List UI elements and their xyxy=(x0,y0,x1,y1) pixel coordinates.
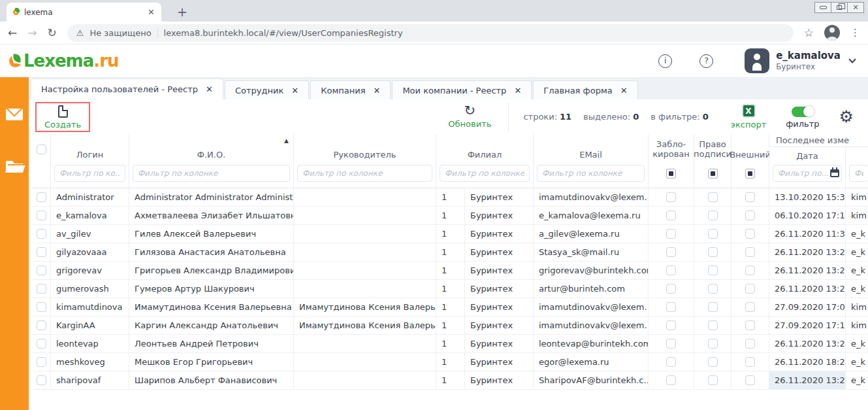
cell-blocked-checkbox[interactable] xyxy=(666,192,676,202)
cell-external-checkbox[interactable] xyxy=(745,339,755,349)
column-sign[interactable]: Правоподписи xyxy=(694,134,731,188)
tab-Мои компании - Реестр[interactable]: Мои компании - Реестр✕ xyxy=(392,80,532,99)
bookmark-star-icon[interactable]: ☆ xyxy=(804,26,814,39)
table-row[interactable]: kimamutdinovaИмамутдинова Ксения Валерье… xyxy=(33,298,868,316)
column-date[interactable]: Дата xyxy=(769,147,846,188)
browser-tab[interactable]: lexema ✕ xyxy=(7,3,161,22)
row-select-checkbox[interactable] xyxy=(37,192,46,202)
cell-blocked-checkbox[interactable] xyxy=(666,357,676,367)
tab-Компания[interactable]: Компания✕ xyxy=(310,80,391,99)
column-fio[interactable]: ▲ Ф.И.О. xyxy=(129,134,294,188)
cell-external-checkbox[interactable] xyxy=(745,265,755,275)
filter-toggle[interactable] xyxy=(792,107,814,117)
tab-close-icon[interactable]: ✕ xyxy=(514,86,521,95)
row-select-checkbox[interactable] xyxy=(37,302,46,312)
cell-external-checkbox[interactable] xyxy=(745,375,755,385)
tab-close-icon[interactable]: ✕ xyxy=(620,86,628,95)
cell-blocked-checkbox[interactable] xyxy=(666,320,676,330)
cell-sign-checkbox[interactable] xyxy=(708,284,718,294)
row-select-checkbox[interactable] xyxy=(37,320,46,330)
close-button[interactable]: ✕ xyxy=(847,2,864,13)
row-select-checkbox[interactable] xyxy=(37,211,46,220)
create-button[interactable]: Создать xyxy=(44,105,81,129)
row-select-checkbox[interactable] xyxy=(37,375,46,385)
tab-Главная форма[interactable]: Главная форма✕ xyxy=(533,80,637,99)
forward-icon[interactable]: → xyxy=(27,27,37,39)
cell-blocked-checkbox[interactable] xyxy=(666,284,676,294)
column-manager[interactable]: Руководитель xyxy=(294,134,436,188)
cell-external-checkbox[interactable] xyxy=(745,284,755,294)
address-bar[interactable]: ⚠ Не защищено lexema8.burintekh.local/#/… xyxy=(67,24,794,42)
blocked-filter-checkbox[interactable] xyxy=(666,169,676,179)
column-branch[interactable]: Филиал xyxy=(436,134,534,188)
cell-sign-checkbox[interactable] xyxy=(708,192,718,202)
tab-Сотрудник[interactable]: Сотрудник✕ xyxy=(225,80,309,99)
select-all-checkbox[interactable] xyxy=(37,145,46,154)
cell-sign-checkbox[interactable] xyxy=(708,211,718,220)
browser-profile-icon[interactable] xyxy=(824,25,840,41)
external-filter-checkbox[interactable] xyxy=(745,169,755,179)
cell-external-checkbox[interactable] xyxy=(745,247,755,257)
cell-sign-checkbox[interactable] xyxy=(708,320,718,330)
cell-sign-checkbox[interactable] xyxy=(708,229,718,239)
table-row[interactable]: meshkovegМешков Егор Григорьевич1Буринте… xyxy=(33,353,868,371)
column-email[interactable]: EMail xyxy=(534,134,649,188)
sign-filter-checkbox[interactable] xyxy=(708,169,718,179)
cell-blocked-checkbox[interactable] xyxy=(666,339,676,349)
cell-sign-checkbox[interactable] xyxy=(708,357,718,367)
new-tab-button[interactable]: + xyxy=(177,5,187,22)
cell-external-checkbox[interactable] xyxy=(745,320,755,330)
table-row[interactable]: gilyazovaaaГилязова Анастасия Анатольевн… xyxy=(33,243,868,262)
tab-close-icon[interactable]: ✕ xyxy=(148,7,155,17)
table-row[interactable]: KarginAAКаргин Александр АнатольевичИмам… xyxy=(33,316,868,335)
browser-menu-icon[interactable]: ⋮ xyxy=(850,27,860,39)
row-select-checkbox[interactable] xyxy=(37,284,46,294)
cell-external-checkbox[interactable] xyxy=(745,229,755,239)
calendar-icon[interactable] xyxy=(830,169,839,177)
user-menu[interactable]: e_kamalova Буринтех xyxy=(745,48,855,73)
table-row[interactable]: e_kamalovaАхметвалеева Элизабет Ильшатов… xyxy=(33,207,868,225)
table-row[interactable]: AdministratorAdministrator Administrator… xyxy=(33,188,868,207)
email-filter-input[interactable] xyxy=(537,165,645,182)
manager-filter-input[interactable] xyxy=(297,165,432,182)
tab-close-icon[interactable]: ✕ xyxy=(373,86,380,95)
mail-icon[interactable] xyxy=(6,109,23,120)
table-row[interactable]: grigorevavГригорьев Александр Владимиров… xyxy=(33,262,868,280)
cell-blocked-checkbox[interactable] xyxy=(666,265,676,275)
cell-blocked-checkbox[interactable] xyxy=(666,211,676,220)
back-icon[interactable]: ← xyxy=(8,27,17,39)
cell-sign-checkbox[interactable] xyxy=(708,302,718,312)
cell-blocked-checkbox[interactable] xyxy=(666,229,676,239)
cell-external-checkbox[interactable] xyxy=(745,357,755,367)
cell-external-checkbox[interactable] xyxy=(745,192,755,202)
folder-icon[interactable] xyxy=(6,161,23,173)
column-author[interactable] xyxy=(846,147,868,188)
cell-blocked-checkbox[interactable] xyxy=(666,375,676,385)
branch-filter-input[interactable] xyxy=(440,165,530,182)
table-row[interactable]: sharipovafШарипов Альберт Фанависович1Бу… xyxy=(33,371,868,390)
cell-sign-checkbox[interactable] xyxy=(708,375,718,385)
restore-button[interactable] xyxy=(831,2,848,13)
table-row[interactable]: gumerovashГумеров Артур Шакурович1Буринт… xyxy=(33,280,868,298)
cell-external-checkbox[interactable] xyxy=(745,211,755,220)
refresh-button[interactable]: ↻ Обновить xyxy=(448,105,491,129)
minimize-button[interactable] xyxy=(814,2,831,13)
cell-sign-checkbox[interactable] xyxy=(708,265,718,275)
cell-blocked-checkbox[interactable] xyxy=(666,302,676,312)
tab-Настройка пользователей - Реестр[interactable]: Настройка пользователей - Реестр✕ xyxy=(31,78,223,99)
tab-close-icon[interactable]: ✕ xyxy=(206,84,213,94)
cell-blocked-checkbox[interactable] xyxy=(666,247,676,257)
gear-icon[interactable]: ⚙ xyxy=(839,109,854,125)
row-select-checkbox[interactable] xyxy=(37,357,46,367)
cell-sign-checkbox[interactable] xyxy=(708,247,718,257)
column-external[interactable]: Внешний xyxy=(731,134,769,188)
row-select-checkbox[interactable] xyxy=(37,265,46,275)
column-blocked[interactable]: Забло-кирован xyxy=(649,134,694,188)
help-icon[interactable]: ? xyxy=(699,54,713,68)
reload-icon[interactable]: ↻ xyxy=(48,27,57,39)
table-row[interactable]: leontevapЛеонтьев Андрей Петрович1Буринт… xyxy=(33,335,868,353)
info-icon[interactable]: i xyxy=(658,54,672,68)
cell-sign-checkbox[interactable] xyxy=(708,339,718,349)
row-select-checkbox[interactable] xyxy=(37,339,46,349)
fio-filter-input[interactable] xyxy=(133,165,290,182)
